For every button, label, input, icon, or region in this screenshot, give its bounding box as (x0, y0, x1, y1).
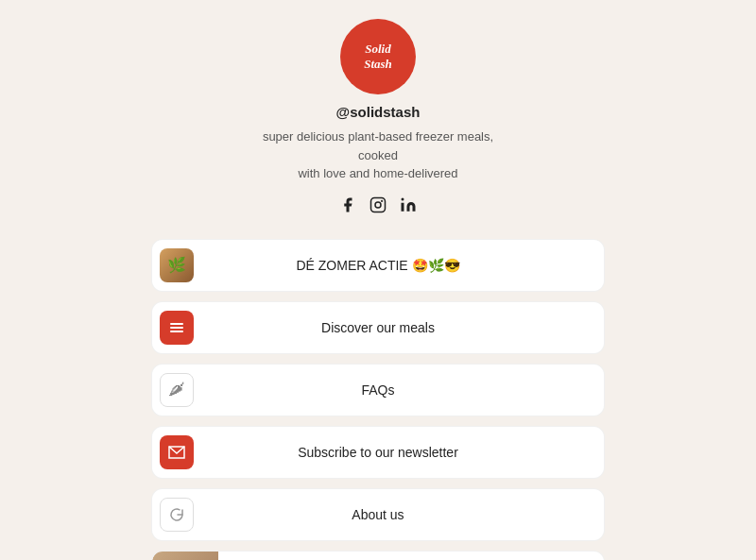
svg-rect-3 (402, 202, 404, 211)
link-about-label: About us (201, 507, 604, 522)
zomer-image: 🌿 (160, 248, 194, 282)
link-faqs-icon-box: 🌶 (152, 365, 201, 416)
instagram-icon[interactable] (369, 196, 387, 218)
social-icons (339, 196, 417, 218)
link-faqs-label: FAQs (201, 382, 604, 398)
page-container: SolidStash @solidstash super delicious p… (0, 0, 756, 560)
svg-point-4 (402, 197, 404, 200)
about-icon (160, 498, 194, 532)
link-discover-label: Discover our meals (201, 320, 604, 335)
link-zomer-label: DÉ ZOMER ACTIE 🤩🌿😎 (201, 258, 604, 273)
link-faqs[interactable]: 🌶 FAQs (151, 364, 605, 416)
link-newsletter-label: Subscribe to our newsletter (201, 445, 604, 460)
product-kraamkost-image: 🎁 (152, 551, 218, 561)
brand-logo[interactable]: SolidStash (340, 19, 416, 94)
link-zomer[interactable]: 🌿 DÉ ZOMER ACTIE 🤩🌿😎 (151, 239, 605, 292)
svg-point-1 (375, 202, 381, 208)
svg-rect-6 (170, 327, 183, 329)
link-zomer-icon-box: 🌿 (152, 240, 201, 291)
links-container: 🌿 DÉ ZOMER ACTIE 🤩🌿😎 Discover our meals (151, 239, 605, 561)
kraamkost-img-placeholder: 🎁 (152, 551, 218, 561)
link-about[interactable]: About us (151, 488, 605, 541)
tagline: super delicious plant-based freezer meal… (246, 127, 510, 183)
link-about-icon-box (152, 489, 201, 540)
svg-rect-0 (371, 197, 386, 212)
facebook-icon[interactable] (339, 196, 356, 218)
link-newsletter-icon-box (152, 427, 201, 478)
newsletter-icon (160, 435, 194, 469)
link-discover-icon-box (152, 302, 201, 353)
logo-text: SolidStash (364, 42, 392, 71)
product-kraamkost[interactable]: 🎁 Kraamkost Gift Pack €89,00 Sale (151, 551, 605, 561)
discover-icon (160, 311, 194, 345)
svg-rect-7 (170, 331, 183, 332)
link-newsletter[interactable]: Subscribe to our newsletter (151, 426, 605, 479)
svg-point-2 (382, 200, 383, 201)
link-discover[interactable]: Discover our meals (151, 301, 605, 354)
faqs-icon: 🌶 (160, 373, 194, 407)
username: @solidstash (336, 104, 421, 120)
linkedin-icon[interactable] (400, 196, 417, 218)
svg-rect-5 (170, 323, 183, 325)
